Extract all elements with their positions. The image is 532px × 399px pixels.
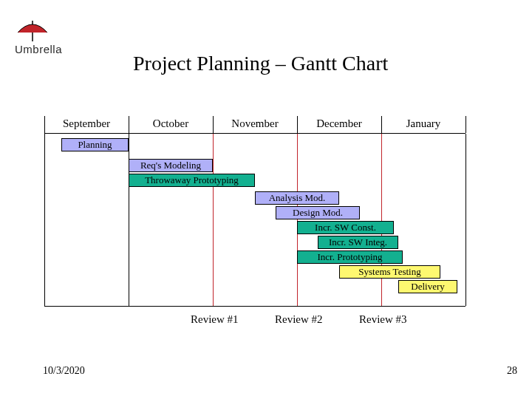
task-bar: Incr. SW Integ. [318, 236, 398, 249]
month-label: September [44, 115, 129, 132]
month-header: September October November December Janu… [44, 115, 466, 134]
task-bar: Systems Testing [339, 265, 440, 279]
task-bar: Incr. Prototyping [297, 250, 403, 264]
task-bar: Analysis Mod. [255, 191, 339, 205]
task-bar: Throwaway Prototyping [129, 174, 255, 187]
brand-logo: Umbrella [15, 21, 62, 55]
month-label: January [381, 115, 466, 132]
brand-name: Umbrella [15, 43, 62, 55]
footer-date: 10/3/2020 [43, 365, 85, 377]
task-bar: Req's Modeling [129, 159, 213, 172]
month-label: November [213, 115, 297, 132]
page-title: Project Planning – Gantt Chart [133, 52, 388, 75]
task-bar: Incr. SW Const. [297, 221, 394, 234]
task-bar: Delivery [398, 280, 457, 293]
month-label: December [297, 115, 381, 132]
gantt-chart: September October November December Janu… [44, 115, 466, 307]
task-bar: Design Mod. [276, 206, 360, 219]
review-label: Review #2 [275, 313, 323, 326]
task-bar: Planning [61, 138, 129, 151]
month-label: October [129, 115, 213, 132]
gantt-body: Planning Req's Modeling Throwaway Protot… [44, 134, 466, 307]
review-row: Review #1 Review #2 Review #3 [44, 313, 466, 331]
review-label: Review #1 [191, 313, 239, 326]
page-number: 28 [507, 365, 517, 377]
review-label: Review #3 [359, 313, 407, 326]
umbrella-icon [15, 21, 50, 41]
